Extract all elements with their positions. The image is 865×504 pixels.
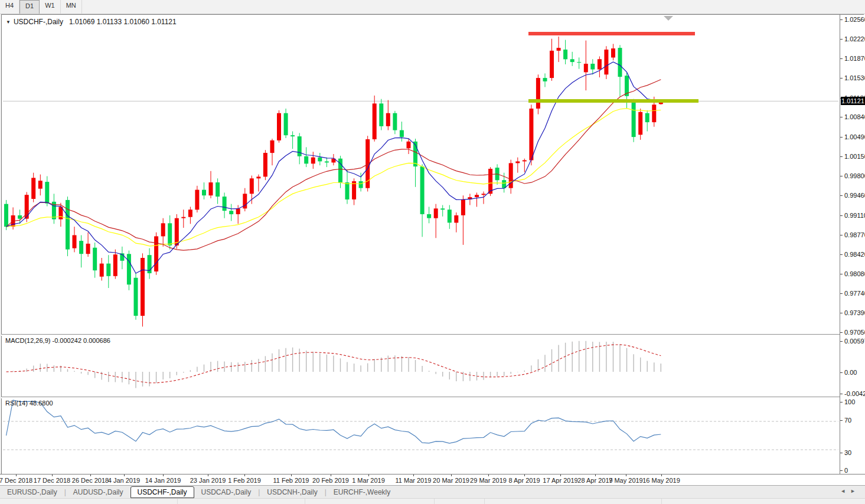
- date-tick-label: 1 Feb 2019: [228, 477, 261, 484]
- price-tick-label: 1.02560: [844, 16, 865, 23]
- status-separator: [484, 499, 485, 504]
- tab-scroll-right-icon[interactable]: ►: [850, 488, 860, 494]
- date-tick-label: 20 Mar 2019: [433, 477, 469, 484]
- chart-tab-usdcad-daily[interactable]: USDCAD-,Daily: [194, 487, 259, 498]
- date-tick-label: 11 Mar 2019: [396, 477, 432, 484]
- price-tick: [840, 235, 843, 235]
- date-tick-label: 29 Mar 2019: [470, 477, 507, 484]
- price-tick-label: 0.97390: [844, 309, 865, 316]
- indicator-tick-label: -0.004243: [844, 390, 865, 397]
- indicator-tick: [840, 420, 843, 421]
- date-tick: [244, 474, 245, 476]
- date-tick: [16, 474, 17, 476]
- price-tick-label: 0.98420: [844, 251, 865, 258]
- price-tick-label: 1.01530: [844, 74, 865, 81]
- rsi-pane[interactable]: [3, 398, 838, 474]
- price-tick: [840, 58, 843, 59]
- macd-pane[interactable]: [3, 335, 838, 397]
- price-tick-label: 1.00150: [844, 153, 865, 160]
- status-separator: [305, 499, 305, 504]
- chart-tab-eurchf-weekly[interactable]: EURCHF-,Weekly: [327, 487, 397, 498]
- chart-tab-usdcnh-daily[interactable]: USDCNH-,Daily: [260, 487, 324, 498]
- price-tick: [840, 39, 843, 40]
- date-tick-label: 7 May 2019: [609, 477, 642, 484]
- date-tick: [52, 474, 53, 476]
- status-separator: [661, 499, 662, 504]
- indicator-tick: [840, 341, 843, 342]
- price-tick: [840, 274, 843, 274]
- date-tick: [413, 474, 414, 476]
- chart-tab-eurusd-daily[interactable]: EURUSD-,Daily: [0, 487, 64, 498]
- tab-scroll-left-icon[interactable]: ◄: [840, 488, 850, 494]
- chevron-down-icon[interactable]: ▼: [6, 19, 11, 25]
- rsi-label: RSI(14) 48.6800: [5, 400, 53, 407]
- indicator-tick-label: 30: [844, 449, 851, 456]
- date-tick: [368, 474, 369, 476]
- price-axis[interactable]: 1.025601.022201.018701.015301.011801.008…: [840, 15, 865, 474]
- price-tick-label: 0.98770: [844, 231, 865, 238]
- date-tick-label: 17 Apr 2019: [543, 477, 577, 484]
- date-tick: [451, 474, 452, 476]
- indicator-tick: [840, 453, 843, 453]
- price-tick: [840, 254, 843, 255]
- indicator-tick-label: 0: [844, 467, 848, 474]
- date-tick: [595, 474, 596, 476]
- price-tick: [840, 215, 843, 216]
- scroll-to-end-icon[interactable]: [664, 16, 673, 21]
- price-tick: [840, 117, 843, 117]
- status-bar: [0, 498, 865, 504]
- chart-tab-bar: EURUSD-,Daily|AUDUSD-,DailyUSDCHF-,Daily…: [0, 485, 865, 499]
- timeframe-button-mn[interactable]: MN: [61, 0, 82, 14]
- price-tick: [840, 293, 843, 294]
- symbol-ohlc-text: USDCHF-,Daily 1.01069 1.01133 1.01060 1.…: [14, 18, 177, 26]
- date-axis[interactable]: 7 Dec 201817 Dec 201826 Dec 20184 Jan 20…: [0, 474, 865, 486]
- price-tick-label: 0.99460: [844, 192, 865, 199]
- price-tick-label: 1.02220: [844, 35, 865, 42]
- date-tick-label: 20 Feb 2019: [312, 477, 349, 484]
- date-tick: [331, 474, 331, 476]
- date-tick-label: 11 Feb 2019: [273, 477, 309, 484]
- indicator-tick: [840, 372, 843, 373]
- date-tick-label: 1 Mar 2019: [352, 477, 385, 484]
- date-tick: [124, 474, 125, 476]
- indicator-tick-label: 0.00: [844, 369, 857, 376]
- timeframe-button-d1[interactable]: D1: [19, 0, 40, 14]
- timeframe-button-h4[interactable]: H4: [0, 0, 19, 14]
- price-tick-label: 1.01870: [844, 55, 865, 62]
- indicator-tick: [840, 470, 843, 471]
- date-tick: [291, 474, 292, 476]
- price-tick-label: 0.97740: [844, 290, 865, 297]
- current-price-box: 1.01121: [841, 97, 865, 105]
- date-tick: [626, 474, 626, 476]
- indicator-tick: [840, 394, 843, 394]
- date-tick: [208, 474, 208, 476]
- chart-tab-audusd-daily[interactable]: AUDUSD-,Daily: [66, 487, 130, 498]
- date-tick: [90, 474, 91, 476]
- price-tick-label: 0.99800: [844, 172, 865, 179]
- date-tick-label: 8 Apr 2019: [508, 477, 540, 484]
- chart-tab-usdchf-daily[interactable]: USDCHF-,Daily: [130, 486, 194, 498]
- date-tick: [524, 474, 525, 476]
- date-tick: [488, 474, 489, 476]
- price-tick-label: 1.00840: [844, 113, 865, 120]
- date-tick: [163, 474, 164, 476]
- date-tick: [661, 474, 662, 476]
- main-price-chart[interactable]: [3, 15, 838, 335]
- price-tick: [840, 78, 843, 78]
- date-tick-label: 17 Dec 2018: [34, 477, 70, 484]
- mt4-window: H4 D1 W1 MN ▼USDCHF-,Daily 1.01069 1.011…: [0, 0, 865, 504]
- macd-label: MACD(12,26,9) -0.000242 0.000686: [5, 337, 110, 344]
- date-tick-label: 4 Jan 2019: [108, 477, 140, 484]
- date-tick-label: 14 Jan 2019: [145, 477, 181, 484]
- date-tick-label: 28 Apr 2019: [577, 477, 612, 484]
- date-tick-label: 16 May 2019: [642, 477, 680, 484]
- symbol-ohlc-line[interactable]: ▼USDCHF-,Daily 1.01069 1.01133 1.01060 1…: [6, 18, 177, 26]
- timeframe-toolbar: H4 D1 W1 MN: [0, 0, 865, 14]
- price-tick: [840, 156, 843, 157]
- date-tick-label: 7 Dec 2018: [0, 477, 32, 484]
- price-tick-label: 1.00490: [844, 133, 865, 140]
- date-tick-label: 26 Dec 2018: [72, 477, 109, 484]
- timeframe-button-w1[interactable]: W1: [40, 0, 61, 14]
- date-tick-label: 23 Jan 2019: [190, 477, 226, 484]
- status-separator: [434, 499, 435, 504]
